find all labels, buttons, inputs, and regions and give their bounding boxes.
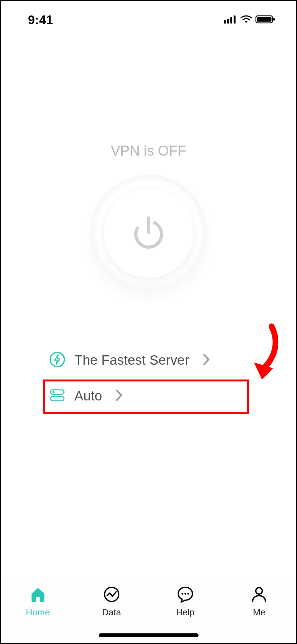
- toggles-icon: [49, 387, 65, 405]
- tab-me[interactable]: Me: [230, 585, 288, 618]
- svg-point-17: [256, 588, 262, 594]
- home-indicator[interactable]: [99, 633, 199, 637]
- tab-help[interactable]: Help: [156, 585, 214, 618]
- vpn-power-button[interactable]: [91, 175, 207, 291]
- tab-label: Home: [26, 607, 50, 618]
- user-icon: [250, 585, 268, 605]
- chevron-right-icon: [203, 353, 210, 367]
- help-icon: [176, 585, 194, 605]
- vpn-status-text: VPN is OFF: [1, 143, 296, 159]
- svg-rect-12: [51, 396, 64, 401]
- chevron-right-icon: [116, 389, 123, 403]
- svg-point-15: [184, 593, 186, 595]
- device-frame: 9:41: [0, 0, 297, 644]
- tab-label: Data: [102, 607, 121, 618]
- svg-point-13: [105, 587, 119, 601]
- svg-point-14: [181, 593, 183, 595]
- svg-point-16: [187, 593, 189, 595]
- svg-point-9: [50, 352, 64, 367]
- connection-options: The Fastest Server Auto: [43, 342, 254, 414]
- tab-data[interactable]: Data: [83, 585, 141, 618]
- main-content: VPN is OFF: [1, 1, 296, 643]
- home-icon: [29, 585, 47, 605]
- tab-home[interactable]: Home: [9, 585, 67, 618]
- server-label: The Fastest Server: [74, 352, 189, 368]
- tab-label: Help: [176, 607, 195, 618]
- svg-point-11: [52, 391, 54, 393]
- data-icon: [103, 585, 121, 605]
- power-icon: [129, 214, 168, 252]
- protocol-selector[interactable]: Auto: [43, 378, 254, 414]
- lightning-icon: [49, 351, 65, 369]
- server-selector[interactable]: The Fastest Server: [43, 342, 254, 378]
- protocol-label: Auto: [74, 388, 102, 404]
- tab-label: Me: [253, 607, 265, 618]
